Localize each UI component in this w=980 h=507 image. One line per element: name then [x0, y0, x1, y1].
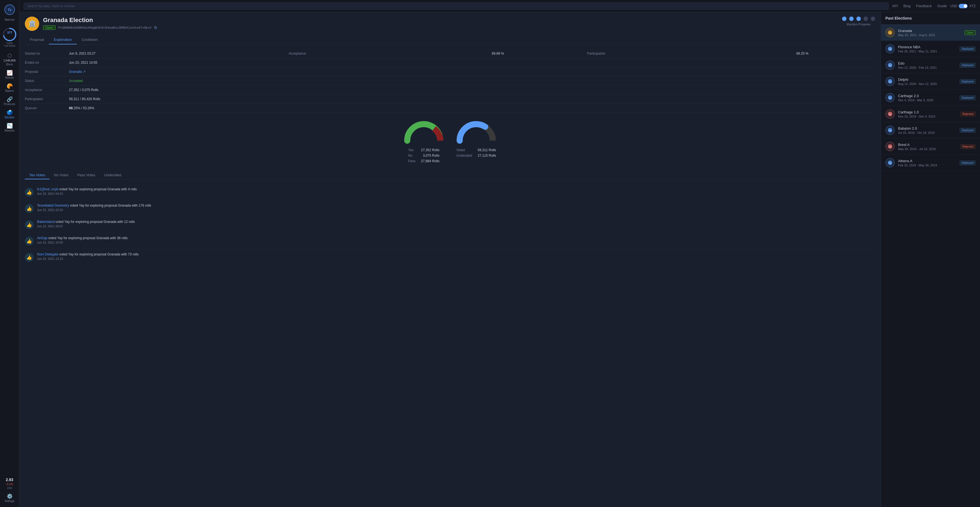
list-item[interactable]: Tz Brest A May 30, 2019 - Jul 16, 2019 R…: [881, 138, 980, 155]
table-row: Status Accepted: [25, 76, 875, 86]
progress-dot-5: [871, 17, 875, 21]
list-item[interactable]: Tz Athens A Feb 25, 2019 - May 30, 2019 …: [881, 155, 980, 171]
acceptance-pct-label: Acceptance: [272, 49, 492, 58]
election-list-name: Carthage 1.0: [898, 110, 957, 114]
election-list-badge: Open: [964, 30, 975, 35]
vote-text: Tessellated Geometry voted Yay for explo…: [37, 203, 151, 211]
activity-label: Activity: [5, 76, 14, 79]
election-info: Athens A Feb 25, 2019 - May 30, 2019: [898, 159, 956, 167]
participation-legend: Voted 58,311 Rolls Undecided 27,115 Roll…: [457, 148, 496, 157]
tab-cooldown[interactable]: Cooldown: [77, 35, 103, 45]
election-list-badge: Rejected: [961, 112, 975, 116]
search-input[interactable]: [24, 3, 889, 10]
election-list-icon: Tz: [885, 60, 895, 70]
list-item: 👍 BakerIsland voted Yay for exploring pr…: [25, 216, 875, 233]
vote-time: Jun 22, 2021 15:05: [37, 241, 127, 244]
vote-delegate[interactable]: AirGap: [37, 236, 47, 240]
election-list-badge: Deployed: [959, 161, 975, 165]
vote-tab-undecided[interactable]: Undecided: [100, 171, 126, 179]
svg-text:Tz: Tz: [889, 97, 891, 99]
acceptance-label: Acceptance: [25, 86, 69, 95]
vote-delegate[interactable]: tz1Qhnd..xnyb: [37, 187, 58, 191]
vote-delegate[interactable]: BakerIsland: [37, 220, 54, 224]
copy-hash-button[interactable]: ⧉: [154, 25, 157, 30]
election-list-icon: Tz: [885, 158, 895, 167]
started-on-label: Started on: [25, 49, 69, 58]
election-info: Carthage 1.0 Nov 10, 2019 - Dec 4, 2019: [898, 110, 957, 118]
table-row: Acceptance 27,352 / 3,075 Rolls: [25, 86, 875, 95]
proposal-link[interactable]: Granada ↗: [69, 67, 272, 76]
cycle-label: Cycle: [6, 42, 13, 45]
election-list-name: Brest A: [898, 143, 957, 147]
svg-text:Tz: Tz: [889, 64, 891, 67]
list-item[interactable]: Tz Florence NBA Feb 28, 2021 - May 11, 2…: [881, 41, 980, 57]
vote-delegate[interactable]: Norn Delegate: [37, 253, 58, 256]
list-item[interactable]: Tz Edo Nov 12, 2020 - Feb 13, 2021 Deplo…: [881, 57, 980, 73]
election-progress-area: Election Progress: [842, 17, 875, 26]
sidebar-item-settings[interactable]: ⚙️ Settings: [0, 491, 19, 505]
toggle-switch[interactable]: [959, 4, 967, 8]
table-row: Proposal Granada ↗: [25, 67, 875, 76]
tab-exploration[interactable]: Exploration: [49, 35, 77, 45]
election-list-name: Edo: [898, 61, 956, 65]
election-hash: PtGRANADsDU8R9daYKAgWnQYAJ64omN1o3KMGVCy…: [58, 26, 151, 30]
list-item: 👍 Tessellated Geometry voted Yay for exp…: [25, 200, 875, 216]
pass-label: Pass: [408, 159, 415, 163]
election-list-name: Granada: [898, 29, 961, 33]
toggle-knob: [964, 5, 967, 8]
list-item[interactable]: Tz Babylon 2.0 Jul 16, 2019 - Oct 18, 20…: [881, 122, 980, 138]
vote-tab-no[interactable]: No Votes: [49, 171, 73, 179]
legend-voted: Voted 58,311 Rolls: [457, 148, 496, 152]
acceptance-pct-value: 89.89 %: [492, 49, 571, 58]
election-list-name: Delphi: [898, 78, 956, 82]
list-item[interactable]: Tz Carthage 1.0 Nov 10, 2019 - Dec 4, 20…: [881, 106, 980, 122]
blog-link[interactable]: Blog: [903, 4, 910, 8]
election-list-icon: Tz: [885, 126, 895, 135]
progress-dot-2: [849, 17, 854, 21]
protocols-label: Protocols: [4, 103, 16, 106]
vote-time: Jun 23, 2021 04:23: [37, 192, 137, 195]
cycle-sub: +1d 43min: [3, 45, 15, 47]
vote-tab-pass[interactable]: Pass Votes: [73, 171, 100, 179]
status-value: Accepted: [69, 76, 272, 86]
list-item[interactable]: Tz Granada May 25, 2021 - Aug 6, 2021 Op…: [881, 25, 980, 41]
network-label: Mainnet: [5, 18, 14, 21]
sidebar-logo: Tz: [0, 2, 19, 17]
sidebar-item-bakers[interactable]: 🥐 Bakers: [0, 81, 19, 95]
feedback-link[interactable]: Feedback: [916, 4, 932, 8]
legend-pass: Pass 27,884 Rolls: [408, 159, 439, 163]
election-list-name: Florence NBA: [898, 45, 956, 49]
table-row: Participation 58,311 / 85,426 Rolls: [25, 95, 875, 104]
list-item[interactable]: Tz Carthage 2.0 Dec 4, 2019 - Mar 5, 202…: [881, 90, 980, 106]
vote-detail: voted Yay for exploring proposal Granada…: [56, 220, 135, 224]
vote-text: Norn Delegate voted Yay for exploring pr…: [37, 253, 138, 261]
thumbs-up-icon: 👍: [25, 253, 33, 262]
sidebar-item-markets[interactable]: 📉 Markets: [0, 121, 19, 134]
api-link[interactable]: API: [892, 4, 898, 8]
list-item[interactable]: Tz Delphi Aug 12, 2020 - Nov 12, 2020 De…: [881, 73, 980, 90]
tab-proposal[interactable]: Proposal: [25, 35, 49, 45]
election-main: 🏛️ Granada Election Open PtGRANADsDU8R9d…: [19, 12, 881, 507]
thumbs-up-icon: 👍: [25, 204, 33, 213]
sidebar-item-block[interactable]: ⬡ 1,546,806 Block: [0, 51, 19, 68]
currency-toggle: USD XTZ: [950, 4, 975, 8]
yes-label: Yes: [408, 148, 414, 152]
vote-time: Jun 22, 2021 22:53: [37, 208, 151, 211]
vote-tabs: Yes Votes No Votes Pass Votes Undecided: [25, 171, 875, 180]
election-title-area: Granada Election Open PtGRANADsDU8R9daYK…: [43, 17, 838, 30]
sidebar: Tz Mainnet 377 Cycle +1d 43min ⬡ 1,546,8…: [0, 0, 19, 507]
usd-change: -0.1%: [6, 483, 13, 486]
undecided-rolls: 27,115 Rolls: [477, 154, 496, 157]
sidebar-item-election[interactable]: 🗳️ Election: [0, 108, 19, 121]
guide-link[interactable]: Guide: [937, 4, 947, 8]
sidebar-item-activity[interactable]: 📈 Activity: [0, 68, 19, 81]
vote-delegate[interactable]: Tessellated Geometry: [37, 203, 69, 207]
svg-text:Tz: Tz: [889, 113, 891, 116]
participation-pct-label: Participation: [571, 49, 796, 58]
main-content: API Blog Feedback Guide USD XTZ 🏛️ Grana…: [19, 0, 980, 507]
svg-text:Tz: Tz: [889, 48, 891, 51]
vote-tab-yes[interactable]: Yes Votes: [25, 171, 49, 179]
sidebar-item-protocols[interactable]: 🔗 Protocols: [0, 95, 19, 108]
acceptance-donut-svg: [403, 120, 444, 145]
currency-usd: USD: [950, 4, 957, 8]
